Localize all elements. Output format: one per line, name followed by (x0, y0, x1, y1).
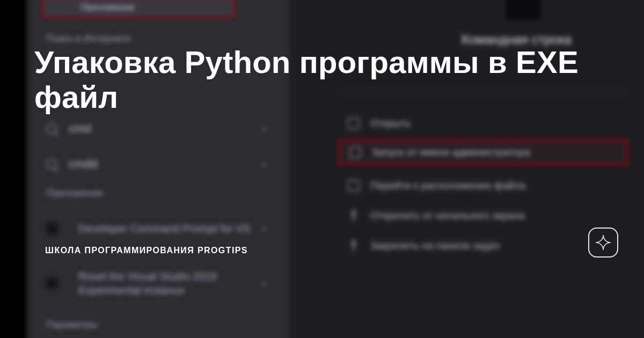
star-icon (595, 234, 612, 251)
foreground-overlay: Упаковка Python программы в EXE файл ШКО… (0, 0, 644, 338)
article-title: Упаковка Python программы в EXE файл (34, 45, 612, 115)
brand-label: ШКОЛА ПРОГРАММИРОВАНИЯ PROGTIPS (45, 246, 248, 255)
platform-badge (588, 227, 618, 258)
